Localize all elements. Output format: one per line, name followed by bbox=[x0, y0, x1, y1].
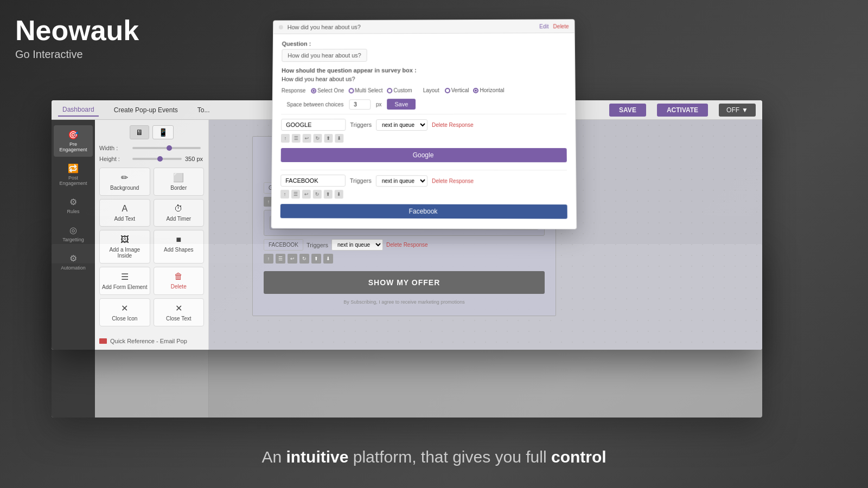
tools-panel: 🖥 📱 Width : Height : 350 px ✏ Background… bbox=[95, 120, 209, 350]
add-image-button[interactable]: 🖼 Add a Image Inside bbox=[99, 230, 150, 264]
off-button[interactable]: OFF ▼ bbox=[719, 104, 756, 117]
add-image-icon: 🖼 bbox=[120, 235, 129, 245]
bottom-caption: An intuitive platform, that gives you fu… bbox=[261, 448, 606, 466]
survey-question-label: Question : bbox=[282, 40, 566, 47]
close-text-button[interactable]: ✕ Close Text bbox=[154, 298, 205, 326]
survey-divider-2 bbox=[280, 170, 567, 170]
quick-ref-label: Quick Reference - Email Pop bbox=[110, 338, 187, 344]
survey-divider-1 bbox=[281, 114, 566, 114]
survey-edit-link[interactable]: Edit bbox=[539, 23, 548, 29]
toolbar-row-2: ↑ ☰ ↩ ↻ ⬆ ⬇ bbox=[264, 254, 545, 264]
vertical-dot bbox=[445, 88, 450, 93]
horizontal-dot bbox=[473, 88, 478, 93]
sidebar-item-automation[interactable]: ⚙ Automation bbox=[54, 249, 93, 275]
caption-bold2: control bbox=[551, 448, 607, 466]
add-form-button[interactable]: ☰ Add Form Element bbox=[99, 267, 150, 295]
facebook-icon-4[interactable]: ↻ bbox=[313, 190, 322, 198]
tb-icon-9[interactable]: ↩ bbox=[288, 254, 297, 264]
mobile-view-button[interactable]: 📱 bbox=[152, 125, 174, 139]
tb-icon-7[interactable]: ↑ bbox=[264, 254, 273, 264]
google-button[interactable]: Google bbox=[281, 148, 567, 162]
nav-other[interactable]: To... bbox=[193, 104, 214, 116]
sidebar-item-pre-engagement[interactable]: 🎯 Pre Engagement bbox=[54, 125, 93, 157]
save-button[interactable]: SAVE bbox=[609, 104, 646, 117]
select-one-radio[interactable]: Select One bbox=[311, 87, 344, 93]
tb-icon-12[interactable]: ⬇ bbox=[323, 254, 333, 264]
google-icon-4[interactable]: ↻ bbox=[314, 134, 322, 143]
horizontal-radio[interactable]: Horizontal bbox=[473, 87, 504, 93]
custom-radio[interactable]: Custom bbox=[387, 87, 412, 93]
facebook-icon-5[interactable]: ⬆ bbox=[324, 190, 333, 198]
height-value: 350 px bbox=[185, 156, 204, 162]
trigger-label-facebook: FACEBOOK bbox=[264, 239, 303, 251]
facebook-icon-3[interactable]: ↩ bbox=[302, 190, 311, 198]
facebook-delete-response[interactable]: Delete Response bbox=[432, 178, 474, 184]
brand-subtitle: Go Interactive bbox=[15, 48, 139, 61]
background-button[interactable]: ✏ Background bbox=[99, 168, 150, 196]
delete-icon: 🗑 bbox=[174, 272, 183, 281]
triggers-label-2: Triggers bbox=[307, 242, 328, 248]
close-icon-icon: ✕ bbox=[121, 303, 128, 313]
activate-button[interactable]: ACTIVATE bbox=[657, 104, 708, 117]
google-icon-2[interactable]: ☰ bbox=[292, 134, 301, 143]
nav-dashboard[interactable]: Dashboard bbox=[58, 104, 99, 117]
survey-delete-link[interactable]: Delete bbox=[553, 23, 569, 29]
sidebar-item-pre-label: Pre Engagement bbox=[56, 142, 91, 152]
facebook-trigger-select[interactable]: next in queue bbox=[376, 175, 427, 187]
select-one-dot bbox=[311, 88, 316, 93]
add-shapes-icon: ■ bbox=[176, 235, 181, 245]
multi-select-radio[interactable]: Multi Select bbox=[348, 87, 382, 93]
google-icon-6[interactable]: ⬇ bbox=[335, 134, 343, 143]
space-input[interactable] bbox=[349, 99, 371, 110]
google-delete-response[interactable]: Delete Response bbox=[432, 121, 474, 127]
show-offer-button[interactable]: SHOW MY OFFER bbox=[264, 271, 545, 294]
facebook-icon-2[interactable]: ☰ bbox=[291, 190, 300, 198]
survey-save-button[interactable]: Save bbox=[387, 99, 416, 110]
survey-options-row: Response Select One Multi Select Custom … bbox=[281, 87, 566, 110]
sidebar-item-targetting[interactable]: ◎ Targetting bbox=[54, 221, 93, 247]
facebook-button[interactable]: Facebook bbox=[280, 204, 567, 219]
width-slider[interactable] bbox=[132, 147, 201, 149]
desktop-view-button[interactable]: 🖥 bbox=[130, 125, 149, 139]
survey-appear-value: How did you hear about us? bbox=[282, 75, 566, 82]
survey-body: Question : How did you hear about us? Ho… bbox=[272, 33, 577, 229]
survey-title: How did you hear about us? bbox=[288, 24, 361, 30]
popup-disclaimer: By Subscribing, I agree to receive marke… bbox=[264, 299, 545, 305]
google-trigger-select[interactable]: next in queue bbox=[376, 119, 427, 131]
space-label: Space between choices bbox=[286, 101, 343, 107]
delete-response-link-2[interactable]: Delete Response bbox=[386, 242, 428, 248]
vertical-radio[interactable]: Vertical bbox=[445, 87, 469, 93]
sidebar-item-rules[interactable]: ⚙ Rules bbox=[54, 192, 93, 219]
facebook-icon-1[interactable]: ↑ bbox=[280, 190, 289, 198]
tb-icon-8[interactable]: ☰ bbox=[276, 254, 285, 264]
nav-create-popup[interactable]: Create Pop-up Events bbox=[110, 104, 182, 116]
facebook-icon-6[interactable]: ⬇ bbox=[335, 190, 343, 198]
border-button[interactable]: ⬜ Border bbox=[154, 168, 205, 196]
add-timer-icon: ⏱ bbox=[174, 204, 183, 214]
select-one-label: Select One bbox=[317, 87, 344, 93]
add-shapes-button[interactable]: ■ Add Shapes bbox=[154, 230, 205, 264]
tb-icon-11[interactable]: ⬆ bbox=[311, 254, 321, 264]
add-form-label: Add Form Element bbox=[102, 284, 147, 290]
multi-select-dot bbox=[348, 88, 354, 93]
height-slider[interactable] bbox=[132, 158, 182, 160]
trigger-select-2[interactable]: next in queue bbox=[331, 239, 383, 251]
google-response-input[interactable] bbox=[281, 119, 346, 131]
left-sidebar: 🎯 Pre Engagement 🔁 Post Engagement ⚙ Rul… bbox=[52, 120, 95, 350]
google-icon-3[interactable]: ↩ bbox=[303, 134, 311, 143]
brand-title: Neowauk bbox=[15, 15, 139, 46]
facebook-response-input[interactable] bbox=[280, 175, 346, 187]
google-triggers-label: Triggers bbox=[350, 121, 372, 128]
width-label: Width : bbox=[99, 145, 129, 151]
add-text-button[interactable]: A Add Text bbox=[99, 199, 150, 227]
tb-icon-10[interactable]: ↻ bbox=[299, 254, 309, 264]
google-icon-5[interactable]: ⬆ bbox=[324, 134, 333, 143]
caption-normal: An bbox=[261, 448, 286, 466]
add-shapes-label: Add Shapes bbox=[164, 247, 194, 253]
sidebar-item-post-engagement[interactable]: 🔁 Post Engagement bbox=[54, 159, 93, 190]
add-timer-button[interactable]: ⏱ Add Timer bbox=[154, 199, 205, 227]
close-icon-button[interactable]: ✕ Close Icon bbox=[99, 298, 150, 326]
delete-button[interactable]: 🗑 Delete bbox=[154, 267, 205, 295]
chevron-down-icon: ▼ bbox=[742, 106, 748, 114]
google-icon-1[interactable]: ↑ bbox=[281, 134, 290, 143]
